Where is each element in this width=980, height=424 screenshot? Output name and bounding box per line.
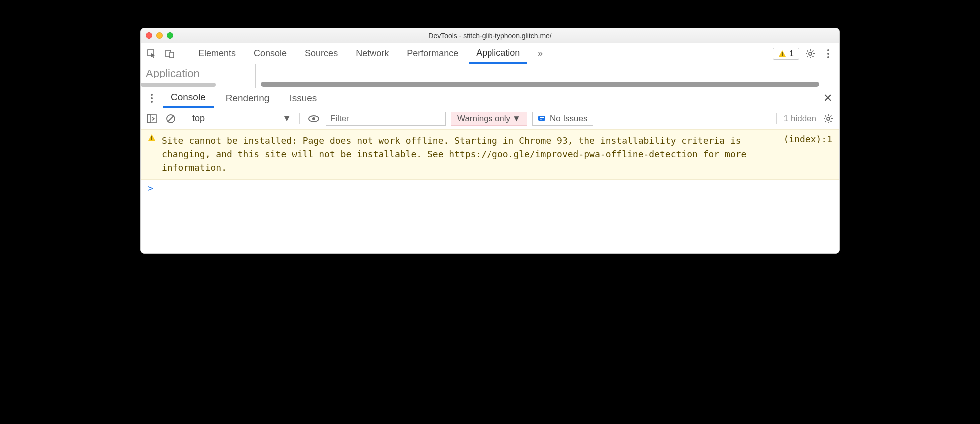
drawer-more-icon[interactable]	[145, 92, 159, 106]
application-sidebar[interactable]: Application	[141, 64, 256, 88]
svg-line-13	[812, 50, 813, 52]
issues-badge-count: 1	[789, 50, 794, 58]
issues-button[interactable]: No Issues	[532, 112, 593, 126]
tab-network[interactable]: Network	[349, 44, 396, 64]
application-panel-strip: Application	[141, 64, 839, 88]
svg-line-23	[168, 116, 174, 122]
svg-line-34	[825, 116, 826, 116]
drawer-tabbar: Console Rendering Issues ✕	[141, 88, 839, 108]
warning-link[interactable]: https://goo.gle/improved-pwa-offline-det…	[449, 149, 698, 160]
hidden-messages-count[interactable]: 1 hidden	[784, 114, 816, 124]
live-expression-icon[interactable]	[307, 112, 321, 126]
svg-line-11	[812, 56, 813, 57]
console-filter-input[interactable]	[326, 112, 446, 126]
warning-message: Site cannot be installed: Page does not …	[162, 134, 777, 174]
application-content	[256, 64, 839, 88]
svg-rect-2	[170, 52, 174, 58]
tab-console[interactable]: Console	[247, 44, 294, 64]
context-selector[interactable]: top ▼	[192, 114, 292, 124]
svg-point-25	[312, 118, 315, 120]
svg-rect-28	[540, 119, 542, 120]
tab-sources[interactable]: Sources	[298, 44, 345, 64]
svg-point-14	[827, 50, 829, 52]
svg-line-37	[830, 116, 831, 116]
svg-rect-39	[151, 140, 152, 140]
svg-point-16	[827, 56, 829, 58]
drawer-tab-rendering[interactable]: Rendering	[218, 88, 278, 108]
devtools-window: DevTools - stitch-glib-typhoon.glitch.me…	[140, 28, 840, 254]
titlebar: DevTools - stitch-glib-typhoon.glitch.me…	[141, 28, 839, 44]
svg-line-36	[825, 121, 826, 122]
device-toolbar-icon[interactable]	[163, 47, 177, 61]
drawer-tab-issues[interactable]: Issues	[281, 88, 325, 108]
tab-application[interactable]: Application	[469, 44, 527, 64]
window-title: DevTools - stitch-glib-typhoon.glitch.me…	[141, 32, 839, 40]
svg-point-29	[827, 118, 830, 120]
svg-rect-4	[782, 56, 783, 56]
sidebar-horizontal-scrollbar[interactable]	[141, 83, 216, 87]
clear-console-icon[interactable]	[164, 112, 178, 126]
warning-icon	[148, 134, 156, 174]
log-level-selector[interactable]: Warnings only ▼	[451, 112, 527, 126]
settings-icon[interactable]	[803, 47, 817, 61]
svg-rect-3	[782, 52, 783, 55]
console-prompt[interactable]: >	[141, 180, 839, 254]
svg-line-12	[807, 56, 808, 57]
drawer-close-button[interactable]: ✕	[820, 92, 835, 105]
svg-point-17	[151, 94, 153, 96]
svg-point-5	[809, 52, 812, 56]
tab-elements[interactable]: Elements	[191, 44, 243, 64]
tab-performance[interactable]: Performance	[400, 44, 465, 64]
svg-rect-21	[147, 115, 150, 123]
svg-rect-26	[538, 116, 545, 121]
caret-down-icon: ▼	[512, 114, 521, 124]
issues-badge[interactable]: 1	[773, 48, 799, 60]
svg-line-10	[807, 50, 808, 52]
svg-rect-38	[151, 136, 152, 139]
svg-line-35	[830, 121, 831, 122]
issues-button-label: No Issues	[550, 114, 588, 124]
issues-bubble-icon	[538, 115, 546, 123]
console-toolbar: top ▼ Warnings only ▼ No Issues 1 hidden	[141, 108, 839, 130]
context-value: top	[192, 114, 216, 124]
console-sidebar-toggle-icon[interactable]	[145, 112, 159, 126]
console-settings-icon[interactable]	[821, 112, 835, 126]
console-warning-row[interactable]: Site cannot be installed: Page does not …	[141, 130, 839, 180]
content-horizontal-scrollbar[interactable]	[261, 82, 819, 87]
prompt-caret-icon: >	[148, 183, 153, 194]
warning-source-link[interactable]: (index):1	[783, 134, 832, 174]
inspect-element-icon[interactable]	[145, 47, 159, 61]
main-tabbar: Elements Console Sources Network Perform…	[141, 44, 839, 64]
warning-icon	[778, 50, 786, 58]
drawer-tab-console[interactable]: Console	[163, 88, 214, 108]
svg-rect-27	[540, 118, 544, 118]
sidebar-heading: Application	[146, 68, 250, 78]
more-menu-icon[interactable]	[821, 47, 835, 61]
svg-point-18	[151, 98, 153, 100]
caret-down-icon: ▼	[282, 114, 291, 124]
svg-point-15	[827, 53, 829, 55]
tabs-overflow-button[interactable]: »	[531, 44, 550, 64]
log-level-label: Warnings only	[457, 114, 510, 124]
svg-point-19	[151, 101, 153, 103]
